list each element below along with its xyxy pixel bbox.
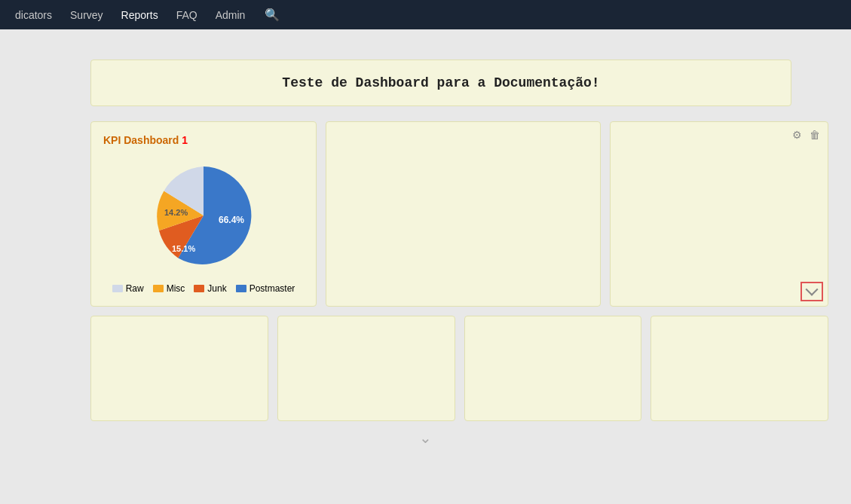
legend-misc: Misc: [153, 283, 185, 294]
bottom-row: [90, 316, 828, 421]
bottom-card-4: [650, 316, 828, 421]
scroll-indicator: ⌄: [23, 429, 828, 447]
svg-text:15.1%: 15.1%: [172, 244, 195, 253]
svg-text:66.4%: 66.4%: [219, 215, 244, 225]
legend-raw: Raw: [112, 283, 144, 294]
legend-postmaster: Postmaster: [236, 283, 295, 294]
kpi-title: KPI Dashboard 1: [103, 134, 304, 146]
pie-chart-container: 66.4% 15.1% 14.2% Raw Misc: [103, 155, 304, 294]
legend-color-postmaster: [236, 285, 246, 292]
dashboard-grid: KPI Dashboard 1 66.4% 15.1% 14.: [90, 121, 828, 421]
kpi-card: KPI Dashboard 1 66.4% 15.1% 14.: [90, 121, 317, 307]
svg-text:14.2%: 14.2%: [164, 208, 188, 217]
page-content: Teste de Dashboard para a Documentação! …: [0, 29, 851, 469]
right-card: ⚙ 🗑: [610, 121, 828, 307]
title-banner: Teste de Dashboard para a Documentação!: [90, 60, 791, 106]
chart-legend: Raw Misc Junk Postmaster: [112, 283, 295, 294]
pie-chart: 66.4% 15.1% 14.2%: [143, 155, 264, 276]
resize-button[interactable]: [800, 282, 823, 301]
nav-reports[interactable]: Reports: [114, 3, 166, 27]
delete-icon[interactable]: 🗑: [808, 128, 822, 142]
navigation: dicators Survey Reports FAQ Admin 🔍: [0, 0, 851, 29]
right-card-actions: ⚙ 🗑: [790, 128, 822, 142]
legend-color-misc: [153, 285, 164, 292]
legend-color-raw: [112, 285, 123, 292]
nav-faq[interactable]: FAQ: [169, 3, 205, 27]
bottom-card-1: [90, 316, 268, 421]
nav-admin[interactable]: Admin: [208, 3, 253, 27]
bottom-card-2: [277, 316, 455, 421]
bottom-card-3: [464, 316, 642, 421]
nav-indicators[interactable]: dicators: [8, 3, 60, 27]
legend-junk: Junk: [194, 283, 226, 294]
legend-color-junk: [194, 285, 204, 292]
gear-icon[interactable]: ⚙: [790, 128, 804, 142]
nav-survey[interactable]: Survey: [63, 3, 111, 27]
middle-card: [326, 121, 601, 307]
search-icon[interactable]: 🔍: [259, 5, 286, 25]
page-title: Teste de Dashboard para a Documentação!: [106, 75, 776, 90]
